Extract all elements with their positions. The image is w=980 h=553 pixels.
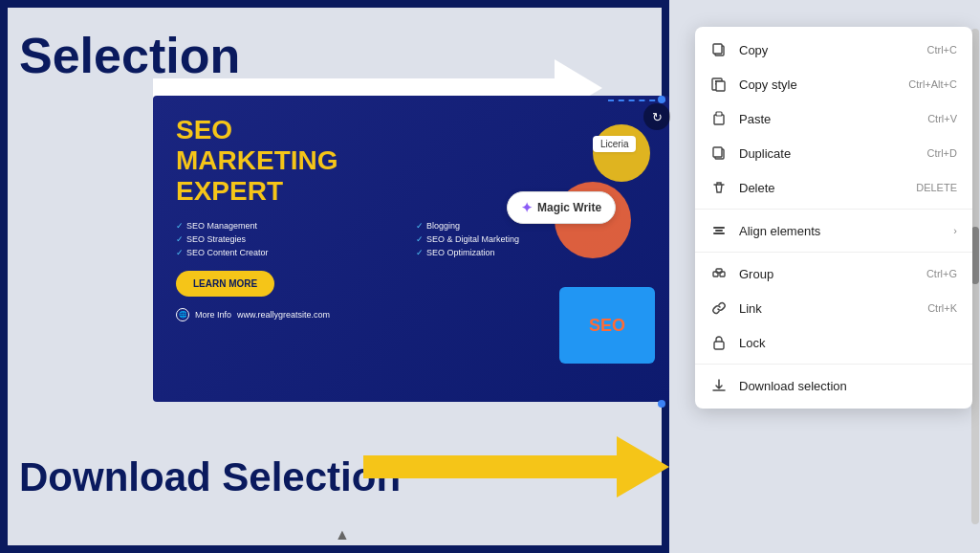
svg-rect-3: [716, 81, 725, 91]
globe-icon: 🌐: [176, 308, 189, 321]
svg-rect-14: [714, 342, 724, 349]
group-icon: [710, 265, 728, 282]
link-shortcut: Ctrl+K: [927, 302, 957, 314]
selection-handle-tr[interactable]: [658, 96, 665, 103]
svg-rect-8: [713, 227, 725, 229]
menu-item-copy-style[interactable]: Copy style Ctrl+Alt+C: [695, 67, 972, 101]
menu-divider-1: [695, 209, 972, 210]
menu-item-link[interactable]: Link Ctrl+K: [695, 291, 972, 325]
magic-write-icon: ✦: [521, 200, 533, 215]
liceria-badge: Liceria: [593, 136, 636, 152]
scrollbar-thumb[interactable]: [971, 227, 979, 284]
seo-check-item: ✓ SEO Content Creator: [176, 248, 406, 257]
download-selection-title: Download Selection: [19, 454, 401, 500]
up-arrow[interactable]: ▲: [335, 526, 350, 543]
link-label: Link: [739, 301, 927, 316]
arrow-top-body: [153, 78, 555, 98]
menu-divider-2: [695, 252, 972, 253]
svg-rect-10: [713, 232, 725, 234]
menu-item-copy[interactable]: Copy Ctrl+C: [695, 33, 972, 67]
link-icon: [710, 299, 728, 317]
group-shortcut: Ctrl+G: [926, 268, 957, 279]
group-label: Group: [739, 267, 926, 281]
align-icon: [710, 222, 728, 239]
selection-line: [608, 100, 665, 101]
copy-icon: [710, 41, 728, 58]
menu-item-paste[interactable]: Paste Ctrl+V: [695, 101, 972, 136]
delete-label: Delete: [739, 181, 916, 195]
menu-divider-3: [695, 364, 972, 365]
selection-handle-br[interactable]: [658, 400, 665, 408]
menu-item-delete[interactable]: Delete DELETE: [695, 170, 972, 205]
lock-label: Lock: [739, 336, 957, 350]
svg-rect-7: [713, 147, 722, 157]
align-arrow: ›: [953, 225, 957, 236]
copy-style-label: Copy style: [739, 77, 908, 92]
duplicate-icon: [710, 144, 728, 162]
copy-label: Copy: [739, 43, 927, 57]
delete-shortcut: DELETE: [916, 182, 957, 193]
menu-item-group[interactable]: Group Ctrl+G: [695, 256, 972, 291]
download-icon: [710, 377, 728, 394]
paste-icon: [710, 110, 728, 127]
svg-rect-13: [716, 269, 722, 273]
copy-style-shortcut: Ctrl+Alt+C: [908, 78, 957, 90]
arrow-bottom: [363, 438, 669, 496]
align-label: Align elements: [739, 224, 946, 238]
magic-write-label: Magic Write: [537, 201, 601, 214]
copy-shortcut: Ctrl+C: [927, 44, 957, 55]
menu-item-lock[interactable]: Lock: [695, 325, 972, 360]
svg-rect-5: [716, 112, 722, 116]
scrollbar-track[interactable]: [971, 29, 979, 524]
seo-check-item: ✓ SEO Management: [176, 221, 406, 231]
magic-write-button[interactable]: ✦ Magic Write: [507, 191, 616, 224]
seo-check-item: ✓ SEO Strategies: [176, 234, 406, 244]
lock-icon: [710, 334, 728, 351]
svg-rect-9: [715, 230, 723, 232]
learn-more-button[interactable]: LEARN MORE: [176, 271, 274, 297]
delete-icon: [710, 179, 728, 196]
arrow-bottom-head: [617, 436, 669, 498]
paste-shortcut: Ctrl+V: [927, 113, 957, 124]
context-menu: Copy Ctrl+C Copy style Ctrl+Alt+C Paste …: [695, 27, 972, 409]
seo-monitor: SEO: [559, 287, 655, 364]
duplicate-label: Duplicate: [739, 146, 927, 161]
arrow-bottom-body: [363, 455, 617, 478]
menu-item-align[interactable]: Align elements ›: [695, 213, 972, 248]
duplicate-shortcut: Ctrl+D: [927, 147, 957, 159]
refresh-icon[interactable]: ↻: [643, 103, 670, 130]
menu-item-download[interactable]: Download selection: [695, 368, 972, 403]
gear-yellow: [593, 124, 650, 182]
download-selection-label: Download selection: [739, 379, 957, 393]
paste-label: Paste: [739, 112, 927, 126]
menu-item-duplicate[interactable]: Duplicate Ctrl+D: [695, 136, 972, 170]
copy-style-icon: [710, 76, 728, 93]
seo-banner: SEOMARKETINGEXPERT ✓ SEO Management ✓ Bl…: [153, 96, 669, 402]
svg-rect-1: [713, 44, 722, 54]
